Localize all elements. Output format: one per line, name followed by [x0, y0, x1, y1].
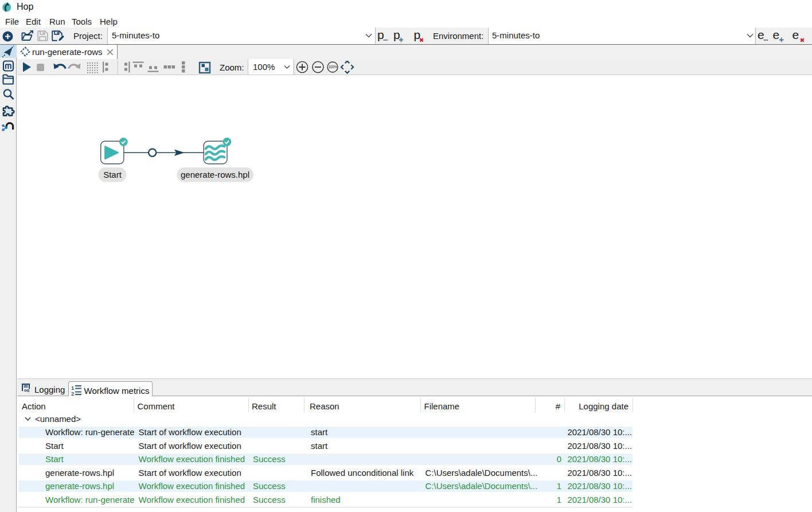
svg-text:100%: 100%: [329, 65, 338, 69]
svg-text:p: p: [414, 28, 421, 41]
svg-text:e: e: [773, 28, 780, 41]
svg-text:e: e: [793, 28, 799, 41]
svg-text:generate-rows.hpl: generate-rows.hpl: [181, 170, 249, 179]
svg-text:og: og: [24, 388, 30, 393]
svg-text:p: p: [377, 28, 384, 41]
svg-text:2: 2: [71, 390, 74, 396]
svg-text:1: 1: [71, 385, 75, 391]
svg-text:Start: Start: [103, 170, 122, 179]
svg-text:e: e: [758, 28, 764, 41]
svg-text:p: p: [393, 28, 400, 41]
